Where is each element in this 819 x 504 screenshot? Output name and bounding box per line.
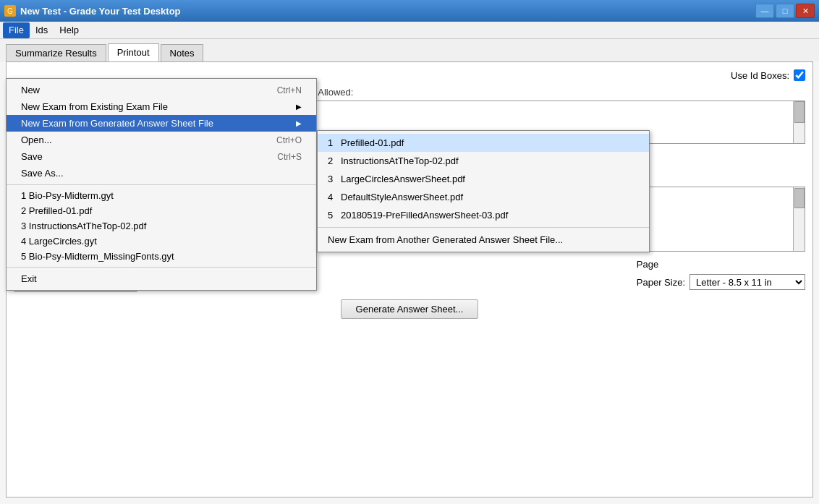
footer-scroll-thumb xyxy=(794,188,805,208)
recent-3[interactable]: 3 InstructionsAtTheTop-02.pdf xyxy=(7,218,316,234)
submenu-separator xyxy=(318,227,649,228)
scroll-thumb xyxy=(794,101,805,123)
menu-new-shortcut: Ctrl+N xyxy=(277,85,302,95)
paper-size-row: Paper Size: Letter - 8.5 x 11 in A4 - 21… xyxy=(637,274,805,290)
paper-size-select[interactable]: Letter - 8.5 x 11 in A4 - 210 x 297 mm L… xyxy=(689,274,805,290)
submenu-num-2: 2 xyxy=(328,155,338,166)
paper-size-label: Paper Size: xyxy=(637,277,685,288)
menu-item-help[interactable]: Help xyxy=(54,22,85,38)
menu-open-shortcut: Ctrl+O xyxy=(276,135,302,145)
generate-answer-sheet-button[interactable]: Generate Answer Sheet... xyxy=(341,299,479,319)
tab-notes[interactable]: Notes xyxy=(161,44,204,61)
submenu-item-4[interactable]: 4 DefaultStyleAnswerSheet.pdf xyxy=(318,188,649,206)
submenu-num-4: 4 xyxy=(328,192,338,202)
tab-printout[interactable]: Printout xyxy=(108,43,159,61)
menu-separator-2 xyxy=(7,267,316,268)
menu-new-existing-label: New Exam from Existing Exam File xyxy=(21,101,168,112)
menu-new-existing-arrow: ▶ xyxy=(296,103,302,111)
menu-save-as-label: Save As... xyxy=(21,168,64,179)
submenu-num-5: 5 xyxy=(328,210,338,221)
window-title: New Test - Grade Your Test Desktop xyxy=(20,6,181,17)
use-id-boxes-label: Use Id Boxes: xyxy=(731,70,789,81)
maximize-button[interactable]: □ xyxy=(776,4,794,18)
menu-new-label: New xyxy=(21,85,40,95)
menu-new-existing[interactable]: New Exam from Existing Exam File ▶ xyxy=(7,98,316,115)
menu-new-generated[interactable]: New Exam from Generated Answer Sheet Fil… xyxy=(7,115,316,132)
page-label: Page xyxy=(637,259,805,270)
app-icon: G xyxy=(4,5,16,17)
menu-save[interactable]: Save Ctrl+S xyxy=(7,148,316,165)
recent-4[interactable]: 4 LargeCircles.gyt xyxy=(7,234,316,249)
minimize-button[interactable]: — xyxy=(755,4,774,18)
footer-scrollbar[interactable] xyxy=(793,187,805,251)
menu-save-label: Save xyxy=(21,151,43,162)
submenu-label-5: 20180519-PreFilledAnswerSheet-03.pdf xyxy=(341,210,508,221)
menu-new-generated-arrow: ▶ xyxy=(296,119,302,127)
menu-item-ids[interactable]: Ids xyxy=(30,22,54,38)
title-bar: G New Test - Grade Your Test Desktop — □… xyxy=(0,0,819,22)
tabs-bar: Summarize Results Printout Notes xyxy=(0,39,819,61)
file-menu: New Ctrl+N New Exam from Existing Exam F… xyxy=(6,78,317,291)
page-section: Page Paper Size: Letter - 8.5 x 11 in A4… xyxy=(637,259,805,290)
main-content: Summarize Results Printout Notes Use Id … xyxy=(0,39,819,504)
submenu-item-5[interactable]: 5 20180519-PreFilledAnswerSheet-03.pdf xyxy=(318,206,649,224)
menu-exit-label: Exit xyxy=(21,273,37,284)
list-scrollbar[interactable] xyxy=(793,101,805,143)
submenu-num-3: 3 xyxy=(328,174,338,184)
recent-2[interactable]: 2 Prefilled-01.pdf xyxy=(7,203,316,218)
submenu-label-new-another: New Exam from Another Generated Answer S… xyxy=(328,234,563,245)
submenu-label-1: Prefilled-01.pdf xyxy=(341,137,404,148)
recent-5[interactable]: 5 Bio-Psy-Midterm_MissingFonts.gyt xyxy=(7,249,316,264)
menu-item-file[interactable]: File xyxy=(3,22,30,38)
menu-new-generated-label: New Exam from Generated Answer Sheet Fil… xyxy=(21,118,213,129)
menu-save-shortcut: Ctrl+S xyxy=(277,152,302,162)
submenu-item-2[interactable]: 2 InstructionsAtTheTop-02.pdf xyxy=(318,152,649,170)
tab-summarize[interactable]: Summarize Results xyxy=(6,44,106,61)
submenu-generated: 1 Prefilled-01.pdf 2 InstructionsAtTheTo… xyxy=(317,130,650,252)
menu-separator-1 xyxy=(7,184,316,185)
submenu-item-1[interactable]: 1 Prefilled-01.pdf xyxy=(318,134,649,152)
use-id-boxes-checkbox[interactable] xyxy=(794,69,805,81)
title-bar-left: G New Test - Grade Your Test Desktop xyxy=(4,5,181,17)
menu-bar: File Ids Help xyxy=(0,22,819,39)
close-button[interactable]: ✕ xyxy=(796,4,815,18)
submenu-label-2: InstructionsAtTheTop-02.pdf xyxy=(341,155,459,166)
menu-save-as[interactable]: Save As... xyxy=(7,165,316,181)
submenu-label-4: DefaultStyleAnswerSheet.pdf xyxy=(341,192,463,202)
window-controls: — □ ✕ xyxy=(755,4,815,18)
recent-1[interactable]: 1 Bio-Psy-Midterm.gyt xyxy=(7,188,316,203)
menu-new[interactable]: New Ctrl+N xyxy=(7,82,316,98)
submenu-item-new-another[interactable]: New Exam from Another Generated Answer S… xyxy=(318,231,649,249)
submenu-num-1: 1 xyxy=(328,137,338,148)
submenu-label-3: LargeCirclesAnswerSheet.pdf xyxy=(341,174,465,184)
submenu-item-3[interactable]: 3 LargeCirclesAnswerSheet.pdf xyxy=(318,170,649,188)
menu-exit[interactable]: Exit xyxy=(7,270,316,287)
menu-open[interactable]: Open... Ctrl+O xyxy=(7,132,316,148)
menu-open-label: Open... xyxy=(21,134,52,145)
